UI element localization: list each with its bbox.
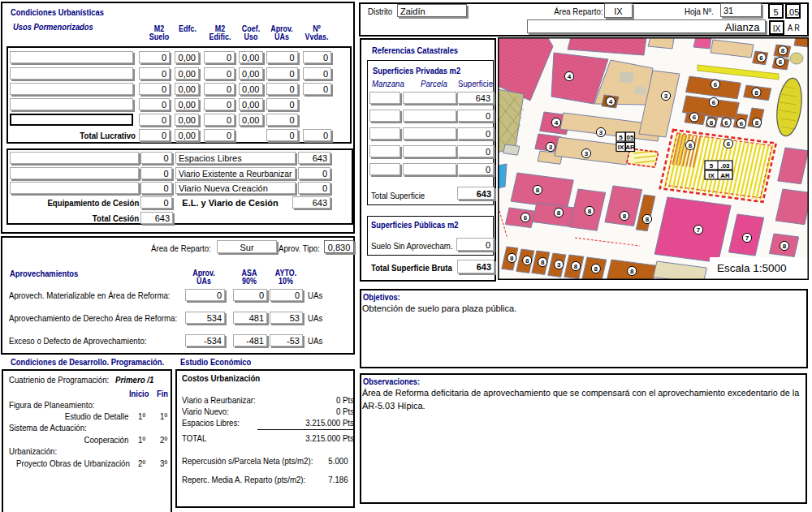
svg-text:6: 6 <box>693 114 697 121</box>
svg-text:5: 5 <box>710 162 714 170</box>
svg-text:8: 8 <box>755 119 759 127</box>
svg-text:IX: IX <box>618 144 624 151</box>
svg-text:4: 4 <box>609 98 613 105</box>
svg-text:AR: AR <box>625 144 635 151</box>
svg-text:3: 3 <box>557 261 561 269</box>
svg-text:8: 8 <box>781 47 785 54</box>
svg-text:5: 5 <box>619 134 623 141</box>
svg-text:8: 8 <box>710 119 714 127</box>
svg-text:6: 6 <box>779 58 783 66</box>
svg-text:8: 8 <box>783 243 787 250</box>
svg-text:6: 6 <box>714 81 718 88</box>
svg-text:3: 3 <box>599 129 603 136</box>
svg-text:Escala 1:5000: Escala 1:5000 <box>717 262 787 274</box>
svg-text:8: 8 <box>623 213 627 220</box>
svg-text:.03: .03 <box>720 162 730 170</box>
svg-text:8: 8 <box>536 187 540 194</box>
svg-text:6: 6 <box>724 119 728 127</box>
svg-text:8: 8 <box>525 257 529 265</box>
svg-text:8: 8 <box>510 255 514 262</box>
svg-text:7: 7 <box>697 226 701 234</box>
svg-text:4: 4 <box>568 73 572 80</box>
svg-text:8: 8 <box>574 263 578 270</box>
svg-text:4: 4 <box>555 119 559 127</box>
svg-text:6: 6 <box>759 54 763 62</box>
svg-text:3: 3 <box>585 150 589 157</box>
svg-text:8: 8 <box>541 259 545 266</box>
svg-text:05: 05 <box>627 134 634 141</box>
svg-text:6: 6 <box>740 120 744 127</box>
svg-text:6: 6 <box>524 214 528 222</box>
svg-text:3: 3 <box>664 93 668 100</box>
svg-text:8: 8 <box>754 89 758 97</box>
svg-text:3: 3 <box>549 144 553 151</box>
svg-text:8: 8 <box>689 142 693 149</box>
svg-text:8: 8 <box>588 208 592 215</box>
svg-text:6: 6 <box>727 140 731 148</box>
svg-text:IX: IX <box>708 172 715 179</box>
svg-text:8: 8 <box>630 268 634 275</box>
svg-text:8: 8 <box>646 216 650 223</box>
svg-text:6: 6 <box>712 99 716 106</box>
svg-text:8: 8 <box>557 209 561 217</box>
svg-text:7: 7 <box>745 234 749 242</box>
svg-text:8: 8 <box>594 265 598 273</box>
svg-text:AR: AR <box>720 172 730 179</box>
